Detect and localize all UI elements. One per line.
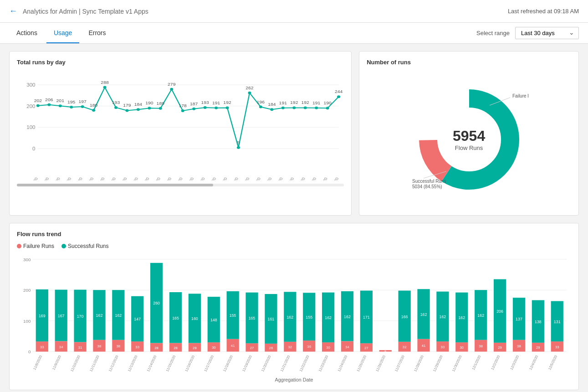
number-of-runs-card: Number of runs Failure Runs 920 (15.45%)… xyxy=(359,51,579,216)
svg-text:148: 148 xyxy=(210,318,217,322)
svg-text:162: 162 xyxy=(420,312,427,317)
svg-text:192: 192 xyxy=(290,100,298,105)
svg-text:187: 187 xyxy=(190,101,198,106)
charts-top-row: Total runs by day 010020030020211/8/2020… xyxy=(9,51,579,216)
donut-label: Flow Runs xyxy=(453,144,485,151)
svg-text:Successful Runs: Successful Runs xyxy=(412,179,446,184)
svg-text:100: 100 xyxy=(23,319,31,324)
svg-text:11/26/2020: 11/26/2020 xyxy=(375,355,386,372)
range-label: Select range xyxy=(476,30,510,36)
svg-text:30: 30 xyxy=(212,346,216,350)
svg-text:Aggregation Date: Aggregation Date xyxy=(275,377,313,382)
range-selector: Select range Last 7 days Last 30 days La… xyxy=(476,27,579,39)
svg-text:38: 38 xyxy=(97,344,102,348)
svg-text:155: 155 xyxy=(230,313,236,318)
svg-text:12/3/2020: 12/3/2020 xyxy=(509,355,520,371)
svg-text:300: 300 xyxy=(26,83,35,88)
svg-text:178: 178 xyxy=(179,103,187,108)
svg-text:191: 191 xyxy=(279,101,287,105)
svg-text:165: 165 xyxy=(172,316,179,320)
svg-text:161: 161 xyxy=(268,317,275,321)
svg-text:11/12/2020: 11/12/2020 xyxy=(108,355,119,372)
svg-text:11/11/2020: 11/11/2020 xyxy=(89,355,100,372)
legend-success-dot xyxy=(61,244,66,248)
svg-text:195: 195 xyxy=(67,100,75,104)
svg-text:12/4/2020: 12/4/2020 xyxy=(528,355,539,371)
svg-text:36: 36 xyxy=(307,345,311,349)
svg-text:38: 38 xyxy=(479,344,483,348)
svg-text:29: 29 xyxy=(498,346,502,350)
scrollbar-track xyxy=(17,184,344,186)
bar-chart-svg: 01002003003316911/8/20203416711/9/202031… xyxy=(17,255,571,382)
svg-text:11/30/2020: 11/30/2020 xyxy=(451,355,463,372)
svg-text:30: 30 xyxy=(460,346,464,350)
svg-point-14 xyxy=(59,104,62,107)
range-dropdown[interactable]: Last 7 days Last 30 days Last 90 days xyxy=(515,27,579,39)
svg-text:244: 244 xyxy=(335,89,343,94)
svg-text:11/14/2020: 11/14/2020 xyxy=(146,355,158,372)
back-button[interactable]: ← xyxy=(9,6,17,16)
line-chart-container: 010020030020211/8/202020611/9/202020111/… xyxy=(17,71,344,199)
svg-text:11/13/2020: 11/13/2020 xyxy=(127,355,138,372)
svg-text:38: 38 xyxy=(517,344,521,348)
legend-success: Successful Runs xyxy=(61,243,108,249)
svg-point-74 xyxy=(281,107,285,109)
tab-bar: Actions Usage Errors Select range Last 7… xyxy=(0,23,588,44)
flow-runs-trend-title: Flow runs trend xyxy=(17,231,571,237)
svg-text:262: 262 xyxy=(245,85,253,90)
svg-text:147: 147 xyxy=(134,317,141,321)
svg-text:11/21/2020: 11/21/2020 xyxy=(280,355,291,372)
svg-text:28: 28 xyxy=(193,346,197,350)
page-title: Analytics for Admin | Sync Template v1 A… xyxy=(23,8,148,15)
legend-failure-dot xyxy=(17,244,21,248)
bar-chart-container: 01002003003316911/8/20203416711/9/202031… xyxy=(17,255,571,382)
tab-actions[interactable]: Actions xyxy=(9,23,45,43)
svg-text:11/9/2020: 11/9/2020 xyxy=(51,355,62,371)
scrollbar-thumb[interactable] xyxy=(17,184,213,186)
svg-point-47 xyxy=(181,109,184,112)
svg-text:166: 166 xyxy=(401,315,408,319)
svg-text:206: 206 xyxy=(45,98,53,102)
svg-text:11/20/2020: 11/20/2020 xyxy=(261,355,272,372)
tabs: Actions Usage Errors xyxy=(9,23,115,43)
svg-text:162: 162 xyxy=(325,315,332,320)
svg-text:33: 33 xyxy=(441,345,445,349)
tab-errors[interactable]: Errors xyxy=(81,23,113,43)
svg-text:200: 200 xyxy=(26,103,35,108)
svg-text:11/16/2020: 11/16/2020 xyxy=(184,355,195,372)
svg-point-44 xyxy=(170,88,173,91)
svg-text:196: 196 xyxy=(257,99,265,104)
svg-text:26: 26 xyxy=(269,346,273,351)
svg-text:202: 202 xyxy=(34,98,42,103)
svg-text:11/18/2020: 11/18/2020 xyxy=(222,355,234,372)
svg-text:12/1/2020: 12/1/2020 xyxy=(283,177,295,181)
legend-success-label: Successful Runs xyxy=(68,243,108,249)
svg-point-41 xyxy=(159,107,162,110)
svg-text:162: 162 xyxy=(440,315,446,319)
svg-text:33: 33 xyxy=(40,345,44,349)
svg-text:179: 179 xyxy=(123,103,131,108)
svg-text:167: 167 xyxy=(58,314,65,318)
svg-point-62 xyxy=(237,146,240,149)
svg-text:191: 191 xyxy=(212,101,220,105)
svg-text:38: 38 xyxy=(116,344,120,348)
svg-text:189: 189 xyxy=(157,101,164,105)
svg-text:191: 191 xyxy=(312,101,320,105)
total-runs-title: Total runs by day xyxy=(17,59,344,66)
svg-text:11/22/2020: 11/22/2020 xyxy=(299,355,310,372)
tab-usage[interactable]: Usage xyxy=(46,23,79,43)
svg-point-56 xyxy=(215,107,218,109)
svg-point-20 xyxy=(81,105,84,108)
svg-text:279: 279 xyxy=(168,82,175,86)
svg-text:12/1/2020: 12/1/2020 xyxy=(471,355,482,371)
svg-point-80 xyxy=(304,106,307,109)
svg-text:30: 30 xyxy=(326,346,330,350)
svg-point-50 xyxy=(192,108,195,110)
svg-point-86 xyxy=(326,107,329,109)
svg-text:5: 5 xyxy=(384,350,386,354)
svg-text:162: 162 xyxy=(458,315,465,320)
svg-text:11/19/2020: 11/19/2020 xyxy=(241,355,253,372)
refresh-timestamp: Last refreshed at 09:18 AM xyxy=(508,8,579,15)
svg-point-23 xyxy=(92,109,95,112)
svg-text:34: 34 xyxy=(59,345,63,349)
